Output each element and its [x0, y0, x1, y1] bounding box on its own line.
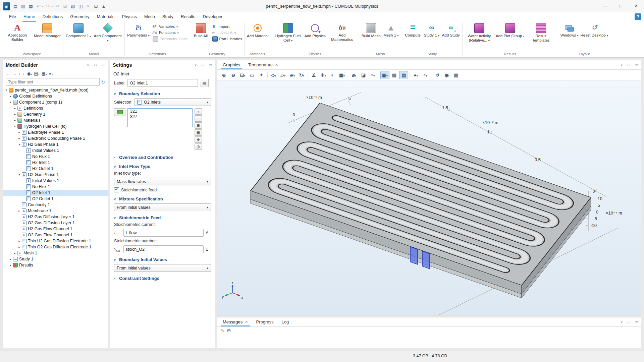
part-libraries-button[interactable]: Part Libraries	[212, 36, 242, 42]
print-button[interactable]: ▥	[451, 71, 461, 79]
menu-mesh[interactable]: Mesh	[141, 12, 159, 22]
filter-input[interactable]	[6, 78, 100, 86]
chevron-down-icon[interactable]: ▾	[42, 5, 43, 8]
menu-results[interactable]: Results	[177, 12, 199, 22]
section-mixture-specification[interactable]: Mixture Specification	[110, 193, 215, 202]
open-file-icon[interactable]: ▤	[12, 2, 19, 10]
panel-minimize-icon[interactable]	[626, 320, 631, 324]
add-to-selection-icon[interactable]: +	[195, 108, 202, 115]
rename-icon[interactable]: ▤	[200, 79, 209, 87]
tree-item-no-flux-1[interactable]: No Flux 1	[3, 154, 108, 160]
panel-menu-icon[interactable]	[619, 320, 624, 324]
tree-item-electronic-conducting-phase-1[interactable]: Electronic Conducting Phase 1	[3, 135, 108, 141]
tree-item-global-definitions[interactable]: Global Definitions	[3, 93, 108, 99]
build-all-button[interactable]: Build All	[192, 22, 210, 38]
add-component-button[interactable]: Add Component	[92, 22, 123, 43]
parameter-case-button[interactable]: Parameter Case	[153, 36, 188, 42]
import-button[interactable]: Import	[212, 24, 242, 29]
tree-item-thin-o2-gas-diffusion-electrode-1[interactable]: Thin O2 Gas Diffusion Electrode 1	[3, 244, 108, 250]
tab-progress[interactable]: Progress	[252, 317, 277, 326]
sort-icon[interactable]: ≡	[49, 71, 53, 76]
tree-item-materials[interactable]: Materials	[3, 117, 108, 123]
tree-item-mesh-1[interactable]: Mesh 1	[3, 250, 108, 256]
delete-icon[interactable]: ✕	[85, 2, 92, 10]
copy-icon[interactable]: ⊞	[61, 2, 69, 10]
tree-item-membrane-1[interactable]: Membrane 1	[3, 208, 108, 214]
section-stoichiometric-feed[interactable]: Stoichiometric Feed	[110, 212, 215, 221]
expander-icon[interactable]	[9, 257, 12, 261]
tree-item-h2-inlet-1[interactable]: H2 Inlet 1	[3, 160, 108, 166]
expander-icon[interactable]	[9, 101, 12, 104]
tree-item-o2-gas-flow-channel-1[interactable]: O2 Gas Flow Channel 1	[3, 232, 108, 238]
selection-entry[interactable]: 321	[128, 109, 192, 114]
rotate-view-button[interactable]: ↻	[297, 71, 306, 79]
windows-button[interactable]: Windows	[559, 22, 580, 38]
component-1-button[interactable]: Component 1	[65, 22, 92, 39]
compute-icon[interactable]: =	[108, 2, 115, 10]
panel-float-icon[interactable]	[100, 63, 105, 67]
application-builder-button[interactable]: Application Builder	[2, 22, 33, 42]
tree-item-geometry-1[interactable]: Geometry 1	[3, 111, 108, 117]
tree-item-o2-gas-diffusion-layer-1[interactable]: O2 Gas Diffusion Layer 1	[3, 220, 108, 226]
clip-plane-button[interactable]: ◪	[359, 71, 368, 79]
add-material-button[interactable]: Add Material	[246, 22, 270, 38]
chevron-down-icon[interactable]: ▾	[51, 5, 53, 8]
expander-icon[interactable]	[13, 125, 17, 128]
build-mesh-icon[interactable]: ▲	[100, 2, 107, 10]
tree-item-continuity-1[interactable]: Continuity 1	[3, 202, 108, 208]
move-up-icon[interactable]: ↑	[18, 71, 21, 76]
menu-study[interactable]: Study	[159, 12, 177, 22]
expander-icon[interactable]	[9, 263, 12, 267]
tree-item-no-flux-1[interactable]: No Flux 1	[3, 184, 108, 190]
build-all-icon[interactable]: ⊡	[92, 2, 100, 10]
expander-icon[interactable]	[13, 251, 17, 255]
expander-icon[interactable]	[17, 131, 21, 134]
menu-file[interactable]: File	[5, 12, 20, 22]
panel-minimize-icon[interactable]	[93, 63, 98, 67]
measure-button[interactable]: ∡	[309, 71, 318, 79]
tree-item-h2-outlet-1[interactable]: H2 Outlet 1	[3, 166, 108, 172]
image-snapshot-button[interactable]: ◉	[442, 71, 451, 79]
panel-menu-icon[interactable]	[619, 63, 624, 67]
tree-item-o2-inlet-1[interactable]: O2 Inlet 1	[3, 190, 108, 196]
menu-geometry[interactable]: Geometry	[66, 12, 93, 22]
reset-desktop-button[interactable]: Reset Desktop	[580, 22, 609, 38]
expander-icon[interactable]	[9, 95, 12, 98]
hydrogen-fuel-cell-button[interactable]: Hydrogen Fuel Cell	[273, 22, 304, 43]
go-forward-icon[interactable]: →	[12, 71, 16, 76]
show-table-button[interactable]: ▤	[399, 71, 408, 79]
view-xy-button[interactable]: ▱	[278, 71, 287, 79]
livelink-button[interactable]: LiveLink	[212, 30, 242, 35]
tree-item-root[interactable]: pemfc_serpentine_flow_field.mph (root)	[3, 87, 108, 93]
maximize-button[interactable]: □	[613, 0, 629, 12]
expander-icon[interactable]	[17, 173, 21, 176]
cut-icon[interactable]: ✂	[54, 2, 61, 10]
expander-icon[interactable]	[13, 107, 17, 110]
remove-from-selection-icon[interactable]: −	[195, 115, 202, 122]
selection-entry[interactable]: 327	[128, 114, 192, 119]
zoom-out-button[interactable]: ⊖	[229, 71, 238, 79]
section-boundary-selection[interactable]: Boundary Selection	[110, 88, 215, 97]
expander-icon[interactable]	[13, 119, 17, 122]
messages-log-area[interactable]	[219, 335, 639, 346]
expander-icon[interactable]	[4, 88, 8, 92]
expander-icon[interactable]	[17, 137, 21, 140]
create-selection-icon[interactable]: ◎	[195, 143, 202, 150]
tree-item-o2-gas-phase-1[interactable]: O2 Gas Phase 1	[3, 172, 108, 178]
show-icon[interactable]: ◉	[27, 71, 32, 76]
environment-button[interactable]: ◓	[421, 71, 430, 79]
close-button[interactable]: ✕	[629, 0, 644, 12]
compute-button[interactable]: Compute	[404, 22, 422, 38]
redo-icon[interactable]: ↷	[44, 2, 52, 10]
graphics-canvas[interactable]: ×10⁻³ m 5 0 1.5 ×10⁻² m 1 0.5 0 10 5 0 -…	[217, 80, 641, 315]
tree-item-h2-gas-diffusion-layer-1[interactable]: H2 Gas Diffusion Layer 1	[3, 214, 108, 220]
hide-selected-button[interactable]: ⌀	[350, 71, 359, 79]
variables-button[interactable]: Variables	[153, 24, 188, 29]
mixture-combo[interactable]: From initial values ▾	[114, 203, 211, 211]
reset-update-button[interactable]: ↺	[433, 71, 442, 79]
selection-combo[interactable]: O2 Inlets ▾	[135, 98, 211, 106]
panel-minimize-icon[interactable]	[200, 63, 205, 67]
label-input[interactable]	[127, 79, 198, 87]
stoich-current-input[interactable]	[123, 229, 204, 237]
copy-selection-icon[interactable]: ⊞	[195, 122, 202, 129]
